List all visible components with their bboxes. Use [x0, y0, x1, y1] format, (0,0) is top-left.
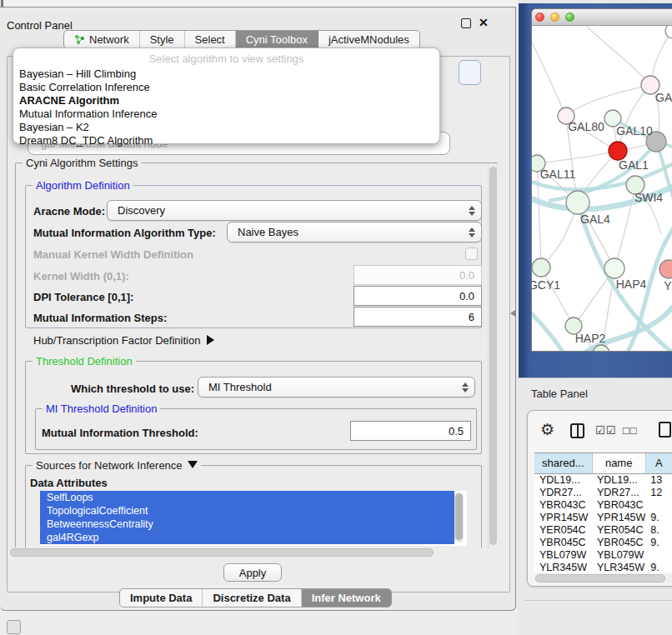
list-item-selected[interactable]: BetweennessCentrality [40, 518, 454, 531]
network-edges-thick [532, 118, 672, 352]
svg-text:SWI4: SWI4 [634, 191, 663, 204]
table-row[interactable]: YBR045CYBR045C9. [534, 536, 672, 548]
table-row[interactable]: YBR043CYBR043C [534, 498, 672, 511]
network-icon [74, 34, 85, 45]
tab-jactivemnodules[interactable]: jActiveMNodules [318, 31, 419, 48]
table-header-row: shared... name A [534, 453, 672, 473]
tab-select[interactable]: Select [185, 31, 236, 48]
table-row[interactable]: YDR27...YDR27...12 [534, 486, 672, 498]
mi-steps-field[interactable]: 6 [354, 307, 482, 327]
scrollbar-thumb[interactable] [455, 493, 463, 540]
table-row[interactable]: YER054CYER054C8. [534, 523, 672, 536]
mi-threshold-label: Mutual Information Threshold: [42, 427, 198, 439]
network-node-cut[interactable] [665, 26, 672, 38]
list-item-selected[interactable]: gal4RGexp [40, 531, 454, 544]
network-canvas[interactable]: GAL GAL80 GAL10 GAL1 GAL11 SWI4 GAL4 GCY… [532, 26, 672, 352]
network-node-hap4[interactable] [604, 258, 624, 278]
settings-horizontal-scrollbar[interactable] [10, 548, 498, 558]
svg-text:Y: Y [664, 279, 672, 292]
tab-label: Network [89, 33, 129, 46]
column-header[interactable]: shared... [534, 453, 592, 473]
close-icon[interactable]: ✕ [479, 16, 489, 29]
mi-type-combo[interactable]: Naive Bayes [227, 222, 482, 242]
network-node-gcy1[interactable] [532, 258, 550, 277]
select-all-rows-icon[interactable]: ☑☑ [595, 424, 616, 437]
minimize-traffic-light-icon[interactable] [550, 12, 559, 22]
splitter-collapse-icon[interactable] [510, 310, 515, 317]
svg-text:HAP2: HAP2 [575, 332, 606, 345]
gear-icon[interactable]: ⚙ [540, 422, 554, 438]
tab-infer-network[interactable]: Infer Network [302, 589, 391, 607]
stepper-arrows-icon [462, 382, 469, 392]
column-header[interactable]: name [592, 453, 645, 473]
list-item-selected[interactable]: SelfLoops [40, 491, 454, 504]
table-horizontal-scrollbar[interactable] [534, 574, 672, 583]
tab-network[interactable]: Network [64, 31, 140, 48]
kernel-width-field: 0.0 [354, 265, 482, 285]
network-node-salmon[interactable] [659, 260, 672, 278]
svg-text:GAL1: GAL1 [619, 158, 649, 172]
dropdown-item[interactable]: Basic Correlation Inference [19, 81, 150, 94]
apply-button[interactable]: Apply [223, 563, 282, 582]
kernel-width-label: Kernel Width (0,1): [33, 270, 129, 282]
list-item-selected[interactable]: TopologicalCoefficient [40, 504, 454, 518]
group-title: Cyni Algorithm Settings [23, 157, 141, 169]
cyni-bottom-tabbar: Impute Data Discretize Data Infer Networ… [119, 588, 392, 608]
dropdown-item[interactable]: Dream8 DC_TDC Algorithm [19, 134, 153, 148]
stepper-arrows-icon [469, 228, 475, 238]
table-row[interactable]: YPR145WYPR145W9. [534, 511, 672, 523]
mi-threshold-field[interactable]: 0.5 [350, 421, 471, 441]
tab-cyni-toolbox[interactable]: Cyni Toolbox [236, 31, 318, 48]
table-panel-window: ⚙ ☑☑ □□ shared... name A YDL19...YDL19..… [527, 410, 672, 587]
deselect-all-rows-icon[interactable]: □□ [623, 424, 638, 437]
dock-panel-icon[interactable] [7, 620, 21, 634]
network-view-window[interactable]: GAL GAL80 GAL10 GAL1 GAL11 SWI4 GAL4 GCY… [531, 8, 672, 352]
which-threshold-label: Which threshold to use: [71, 382, 194, 395]
dropdown-item-highlighted[interactable]: ARACNE Algorithm [19, 94, 119, 108]
network-node-gal1-red[interactable] [609, 142, 627, 160]
tab-impute-data[interactable]: Impute Data [120, 589, 203, 607]
network-node-gal4[interactable] [566, 191, 589, 214]
float-window-icon[interactable] [461, 18, 471, 28]
zoom-traffic-light-icon[interactable] [565, 12, 574, 22]
table-row[interactable]: YDL19...YDL19...13 [534, 473, 672, 486]
group-title: MI Threshold Definition [43, 402, 160, 415]
table-row[interactable]: YBL079WYBL079W [534, 548, 672, 561]
tab-style[interactable]: Style [140, 31, 185, 48]
scrollbar-thumb[interactable] [10, 548, 434, 557]
which-threshold-combo[interactable]: MI Threshold [198, 377, 475, 398]
dropdown-item[interactable]: Mutual Information Inference [19, 108, 157, 121]
column-header[interactable]: A [645, 453, 672, 473]
sources-toggle[interactable]: Sources for Network Inference [33, 459, 201, 472]
collapse-down-icon [188, 461, 198, 468]
aracne-mode-combo[interactable]: Discovery [107, 200, 482, 221]
background-widget-fragment [459, 60, 481, 85]
close-traffic-light-icon[interactable] [535, 12, 544, 22]
tab-discretize-data[interactable]: Discretize Data [203, 589, 301, 607]
columns-icon[interactable] [570, 423, 584, 438]
network-window-titlebar[interactable] [532, 9, 672, 26]
group-title: Threshold Definition [33, 355, 136, 368]
svg-text:GCY1: GCY1 [532, 278, 560, 292]
list-scrollbar[interactable] [454, 492, 464, 542]
node-table: shared... name A YDL19...YDL19...13 YDR2… [534, 452, 672, 572]
scrollbar-thumb[interactable] [535, 574, 665, 582]
manual-kernel-checkbox[interactable] [465, 248, 478, 260]
dpi-tolerance-field[interactable]: 0.0 [354, 286, 482, 306]
settings-vertical-scrollbar[interactable] [488, 164, 498, 549]
data-attributes-label: Data Attributes [30, 477, 108, 489]
top-strip [0, 0, 517, 7]
dropdown-item[interactable]: Bayesian – K2 [19, 121, 89, 134]
mi-type-label: Mutual Information Algorithm Type: [33, 227, 216, 239]
svg-text:GAL: GAL [655, 91, 672, 104]
screen: Control Panel ✕ Network Style Select Cyn… [0, 0, 672, 635]
collapse-right-icon [207, 335, 214, 345]
table-row[interactable]: YLR345WYLR345W9. [534, 561, 672, 572]
dropdown-placeholder: Select algorithm to view settings [13, 52, 439, 65]
scrollbar-thumb[interactable] [489, 167, 497, 545]
table-panel-title: Table Panel [531, 388, 588, 400]
svg-text:GAL80: GAL80 [568, 120, 604, 133]
hub-section-toggle[interactable]: Hub/Transcription Factor Definition [33, 334, 214, 347]
export-table-icon[interactable] [659, 422, 671, 438]
dropdown-item[interactable]: Bayesian – Hill Climbing [19, 68, 136, 81]
